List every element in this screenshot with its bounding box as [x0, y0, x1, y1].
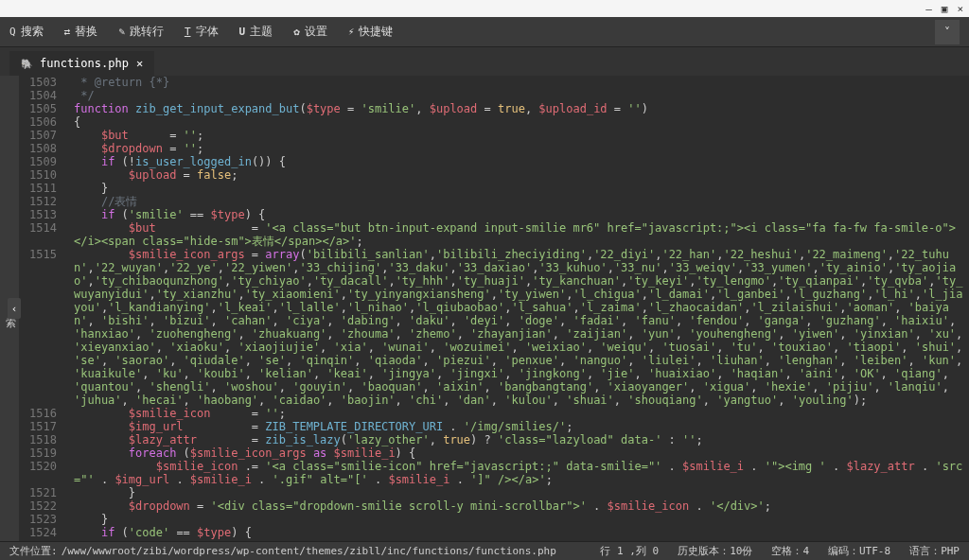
line-number: 1522	[19, 499, 66, 513]
code-line: 1513 if ('smilie' == $type) {	[19, 208, 969, 221]
search-label: 搜索	[21, 24, 44, 40]
code-text: $but = '';	[66, 129, 969, 142]
settings-button[interactable]: ✿ 设置	[293, 24, 327, 40]
code-line: 1512 //表情	[19, 195, 969, 208]
toolbar-expand-button[interactable]: ˅	[935, 20, 960, 44]
code-line: 1523 }	[19, 513, 969, 526]
line-number: 1505	[19, 102, 66, 115]
code-text: $smilie_icon = '';	[66, 407, 969, 420]
encoding-status[interactable]: 编码：UTF-8	[828, 544, 890, 558]
line-number: 1511	[19, 182, 66, 195]
code-line: 1522 $dropdown = '<div class="dropdown-s…	[19, 499, 969, 513]
line-number: 1503	[19, 76, 66, 89]
code-text: if ('code' == $type) {	[66, 526, 969, 539]
code-text: }	[66, 486, 969, 499]
line-number: 1518	[19, 433, 66, 446]
search-button[interactable]: Q 搜索	[9, 24, 44, 40]
code-line: 1518 $lazy_attr = zib_is_lazy('lazy_othe…	[19, 433, 969, 446]
code-text: }	[66, 182, 969, 195]
line-number: 1512	[19, 195, 66, 208]
minimize-button[interactable]: —	[925, 3, 932, 15]
tab-functions-php[interactable]: 🐘 functions.php ✕	[9, 51, 154, 76]
code-text: if (!is_user_logged_in()) {	[66, 155, 969, 168]
code-line: 1506{	[19, 115, 969, 129]
maximize-button[interactable]: ▣	[942, 3, 948, 15]
line-number: 1520	[19, 460, 66, 473]
code-line: 1507 $but = '';	[19, 129, 969, 142]
tab-close-button[interactable]: ✕	[136, 57, 143, 70]
line-number: 1504	[19, 89, 66, 102]
code-text: {	[66, 115, 969, 129]
statusbar: 文件位置: /www/wwwroot/zibi/wordpress/wp-con…	[0, 541, 969, 560]
shortcuts-button[interactable]: ⚡ 快捷键	[348, 24, 394, 40]
shortcuts-label: 快捷键	[359, 24, 393, 40]
language-status[interactable]: 语言：PHP	[909, 544, 960, 558]
code-line: 1515 $smilie_icon_args = array('bilibili…	[19, 248, 969, 407]
code-line: 1519 foreach ($smilie_icon_args as $smil…	[19, 446, 969, 460]
code-text: * @return {*}	[66, 76, 969, 89]
theme-button[interactable]: U 主题	[239, 24, 273, 40]
code-line: 1509 if (!is_user_logged_in()) {	[19, 155, 969, 168]
font-label: 字体	[196, 24, 219, 40]
php-file-icon: 🐘	[21, 59, 32, 69]
code-line: 1511 }	[19, 182, 969, 195]
line-number: 1517	[19, 420, 66, 433]
code-editor[interactable]: 1503 * @return {*}1504 */1505function zi…	[19, 76, 969, 541]
tabbar: 🐘 functions.php ✕	[0, 47, 969, 76]
file-path: /www/wwwroot/zibi/wordpress/wp-content/t…	[62, 545, 556, 557]
code-text: $but = '<a class="but btn-input-expand i…	[66, 221, 969, 248]
collapse-sidebar-button[interactable]: ‹	[8, 298, 21, 319]
line-number: 1510	[19, 168, 66, 182]
code-text: $dropdown = '';	[66, 142, 969, 155]
code-text: function zib_get_input_expand_but($type …	[66, 102, 969, 115]
code-line: 1514 $but = '<a class="but btn-input-exp…	[19, 221, 969, 248]
goto-icon: ✎	[118, 26, 125, 38]
line-number: 1521	[19, 486, 66, 499]
history-status[interactable]: 历史版本：10份	[678, 544, 752, 558]
line-number: 1506	[19, 115, 66, 129]
replace-button[interactable]: ⇄ 替换	[64, 24, 98, 40]
line-number: 1516	[19, 407, 66, 420]
code-line: 1516 $smilie_icon = '';	[19, 407, 969, 420]
line-number: 1523	[19, 513, 66, 526]
line-number: 1524	[19, 526, 66, 539]
goto-line-button[interactable]: ✎ 跳转行	[118, 24, 164, 40]
code-line: 1503 * @return {*}	[19, 76, 969, 89]
line-number: 1514	[19, 221, 66, 235]
window-titlebar: — ▣ ×	[0, 0, 969, 17]
editor-wrap: 索 ‹ 1503 * @return {*}1504 */1505functio…	[0, 76, 969, 541]
theme-icon: U	[239, 26, 246, 38]
settings-label: 设置	[305, 24, 327, 40]
code-text: $smilie_icon .= '<a class="smilie-icon" …	[66, 460, 969, 486]
line-number: 1507	[19, 129, 66, 142]
line-number: 1509	[19, 155, 66, 168]
cursor-position[interactable]: 行 1 ,列 0	[600, 544, 659, 558]
goto-label: 跳转行	[130, 24, 164, 40]
replace-icon: ⇄	[64, 26, 71, 38]
code-text: $dropdown = '<div class="dropdown-smilie…	[66, 499, 969, 513]
code-line: 1510 $upload = false;	[19, 168, 969, 182]
line-number: 1513	[19, 208, 66, 221]
search-icon: Q	[9, 26, 16, 38]
line-number: 1515	[19, 248, 66, 261]
line-number: 1519	[19, 446, 66, 460]
line-number: 1508	[19, 142, 66, 155]
code-line: 1505function zib_get_input_expand_but($t…	[19, 102, 969, 115]
code-text: $smilie_icon_args = array('bilibili_sanl…	[66, 248, 969, 407]
font-icon: T	[185, 26, 191, 38]
gear-icon: ✿	[293, 26, 300, 38]
code-text: $upload = false;	[66, 168, 969, 182]
indent-status[interactable]: 空格：4	[771, 544, 809, 558]
code-text: if ('smilie' == $type) {	[66, 208, 969, 221]
font-button[interactable]: T 字体	[185, 24, 219, 40]
close-window-button[interactable]: ×	[957, 3, 963, 15]
file-path-label: 文件位置:	[9, 544, 58, 558]
code-text: */	[66, 89, 969, 102]
tab-filename: functions.php	[40, 57, 129, 70]
bolt-icon: ⚡	[348, 26, 355, 38]
replace-label: 替换	[75, 24, 97, 40]
code-text: }	[66, 513, 969, 526]
code-text: //表情	[66, 195, 969, 208]
code-line: 1524 if ('code' == $type) {	[19, 526, 969, 539]
code-line: 1520 $smilie_icon .= '<a class="smilie-i…	[19, 460, 969, 486]
